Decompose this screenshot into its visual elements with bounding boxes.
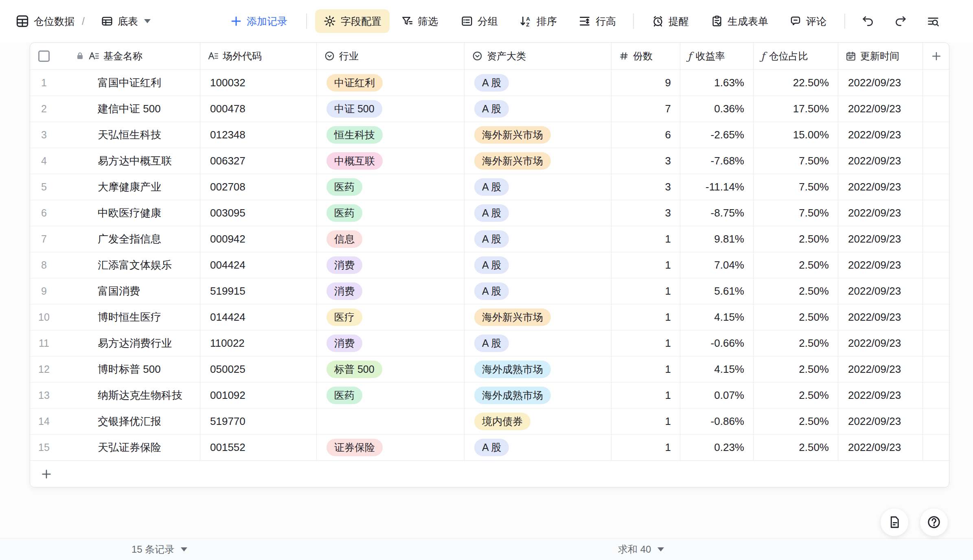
cell-position-pct[interactable]: 2.50%: [754, 278, 838, 304]
cell-otc-code[interactable]: 519915: [200, 278, 317, 304]
cell-asset-class[interactable]: 海外成熟市场: [465, 383, 611, 408]
column-header-update-time[interactable]: 更新时间: [838, 43, 923, 69]
cell-shares[interactable]: 1: [611, 409, 680, 434]
column-header-otc-code[interactable]: 场外代码: [200, 43, 317, 69]
cell-otc-code[interactable]: 014424: [200, 304, 317, 330]
cell-position-pct[interactable]: 2.50%: [754, 383, 838, 408]
cell-otc-code[interactable]: 050025: [200, 357, 317, 382]
cell-fund-name[interactable]: 博时恒生医疗: [68, 304, 200, 330]
cell-asset-class[interactable]: A 股: [465, 226, 611, 252]
cell-update-time[interactable]: 2022/09/23: [838, 383, 923, 408]
cell-asset-class[interactable]: A 股: [465, 96, 611, 122]
table-row[interactable]: 3 天弘恒生科技 012348 恒生科技 海外新兴市场 6 -2.65% 15.…: [30, 122, 949, 148]
table-row[interactable]: 1 富国中证红利 100032 中证红利 A 股 9 1.63% 22.50% …: [30, 70, 949, 96]
redo-icon[interactable]: [894, 15, 907, 28]
cell-shares[interactable]: 9: [611, 70, 680, 96]
cell-update-time[interactable]: 2022/09/23: [838, 226, 923, 252]
cell-return-rate[interactable]: -7.68%: [680, 148, 754, 174]
cell-industry[interactable]: 医药: [317, 383, 465, 408]
cell-shares[interactable]: 6: [611, 122, 680, 148]
record-count[interactable]: 15 条记录: [131, 538, 187, 560]
cell-position-pct[interactable]: 7.50%: [754, 148, 838, 174]
cell-shares[interactable]: 3: [611, 200, 680, 226]
cell-fund-name[interactable]: 大摩健康产业: [68, 174, 200, 200]
table-row[interactable]: 11 易方达消费行业 110022 消费 A 股 1 -0.66% 2.50% …: [30, 330, 949, 356]
cell-otc-code[interactable]: 001552: [200, 435, 317, 460]
cell-position-pct[interactable]: 2.50%: [754, 304, 838, 330]
cell-fund-name[interactable]: 汇添富文体娱乐: [68, 252, 200, 278]
column-header-asset-class[interactable]: 资产大类: [465, 43, 611, 69]
table-row[interactable]: 5 大摩健康产业 002708 医药 A 股 3 -11.14% 7.50% 2…: [30, 174, 949, 200]
cell-fund-name[interactable]: 广发全指信息: [68, 226, 200, 252]
table-row[interactable]: 2 建信中证 500 000478 中证 500 A 股 7 0.36% 17.…: [30, 96, 949, 122]
column-header-position-pct[interactable]: ƒ 仓位占比: [754, 43, 838, 69]
remind-button[interactable]: 提醒: [652, 15, 689, 28]
cell-update-time[interactable]: 2022/09/23: [838, 200, 923, 226]
cell-position-pct[interactable]: 7.50%: [754, 200, 838, 226]
cell-return-rate[interactable]: 5.61%: [680, 278, 754, 304]
cell-return-rate[interactable]: -2.65%: [680, 122, 754, 148]
column-header-shares[interactable]: 份数: [611, 43, 680, 69]
cell-fund-name[interactable]: 中欧医疗健康: [68, 200, 200, 226]
cell-industry[interactable]: 消费: [317, 330, 465, 356]
row-height-button[interactable]: 行高: [578, 15, 616, 28]
cell-update-time[interactable]: 2022/09/23: [838, 96, 923, 122]
cell-otc-code[interactable]: 006327: [200, 148, 317, 174]
table-row[interactable]: 9 富国消费 519915 消费 A 股 1 5.61% 2.50% 2022/…: [30, 278, 949, 304]
cell-position-pct[interactable]: 17.50%: [754, 96, 838, 122]
cell-asset-class[interactable]: A 股: [465, 70, 611, 96]
table-row[interactable]: 4 易方达中概互联 006327 中概互联 海外新兴市场 3 -7.68% 7.…: [30, 148, 949, 174]
cell-fund-name[interactable]: 天弘证券保险: [68, 435, 200, 460]
cell-update-time[interactable]: 2022/09/23: [838, 70, 923, 96]
cell-otc-code[interactable]: 002708: [200, 174, 317, 200]
cell-otc-code[interactable]: 000478: [200, 96, 317, 122]
cell-update-time[interactable]: 2022/09/23: [838, 357, 923, 382]
cell-update-time[interactable]: 2022/09/23: [838, 174, 923, 200]
cell-shares[interactable]: 1: [611, 304, 680, 330]
cell-shares[interactable]: 7: [611, 96, 680, 122]
cell-industry[interactable]: 证券保险: [317, 435, 465, 460]
cell-return-rate[interactable]: -11.14%: [680, 174, 754, 200]
cell-otc-code[interactable]: 110022: [200, 330, 317, 356]
cell-asset-class[interactable]: 海外新兴市场: [465, 304, 611, 330]
cell-industry[interactable]: 消费: [317, 278, 465, 304]
cell-fund-name[interactable]: 天弘恒生科技: [68, 122, 200, 148]
cell-industry[interactable]: 医药: [317, 200, 465, 226]
cell-update-time[interactable]: 2022/09/23: [838, 330, 923, 356]
cell-otc-code[interactable]: 000942: [200, 226, 317, 252]
cell-return-rate[interactable]: 7.04%: [680, 252, 754, 278]
cell-otc-code[interactable]: 001092: [200, 383, 317, 408]
table-row[interactable]: 14 交银择优汇报 519770 境内债券 1 -0.86% 2.50% 202…: [30, 408, 949, 434]
column-header-fund-name[interactable]: 基金名称: [68, 43, 200, 69]
cell-otc-code[interactable]: 519770: [200, 409, 317, 434]
cell-asset-class[interactable]: A 股: [465, 435, 611, 460]
cell-return-rate[interactable]: -0.86%: [680, 409, 754, 434]
group-button[interactable]: 分组: [461, 15, 498, 28]
cell-industry[interactable]: 医疗: [317, 304, 465, 330]
cell-industry[interactable]: [317, 409, 465, 434]
table-row[interactable]: 15 天弘证券保险 001552 证券保险 A 股 1 0.23% 2.50% …: [30, 434, 949, 460]
cell-fund-name[interactable]: 交银择优汇报: [68, 409, 200, 434]
cell-asset-class[interactable]: A 股: [465, 200, 611, 226]
cell-asset-class[interactable]: 海外新兴市场: [465, 122, 611, 148]
cell-shares[interactable]: 1: [611, 278, 680, 304]
doc-assistant-button[interactable]: [880, 508, 909, 536]
field-config-button[interactable]: 字段配置: [315, 9, 390, 33]
cell-industry[interactable]: 中证 500: [317, 96, 465, 122]
cell-return-rate[interactable]: -0.66%: [680, 330, 754, 356]
cell-asset-class[interactable]: 海外成熟市场: [465, 357, 611, 382]
cell-update-time[interactable]: 2022/09/23: [838, 304, 923, 330]
table-row[interactable]: 10 博时恒生医疗 014424 医疗 海外新兴市场 1 4.15% 2.50%…: [30, 304, 949, 330]
cell-fund-name[interactable]: 建信中证 500: [68, 96, 200, 122]
column-header-return-rate[interactable]: ƒ 收益率: [680, 43, 754, 69]
table-row[interactable]: 8 汇添富文体娱乐 004424 消费 A 股 1 7.04% 2.50% 20…: [30, 252, 949, 278]
cell-return-rate[interactable]: 0.23%: [680, 435, 754, 460]
cell-asset-class[interactable]: A 股: [465, 252, 611, 278]
search-records-icon[interactable]: [927, 15, 940, 28]
cell-industry[interactable]: 中概互联: [317, 148, 465, 174]
cell-fund-name[interactable]: 富国消费: [68, 278, 200, 304]
cell-asset-class[interactable]: A 股: [465, 174, 611, 200]
cell-update-time[interactable]: 2022/09/23: [838, 435, 923, 460]
cell-shares[interactable]: 1: [611, 383, 680, 408]
cell-industry[interactable]: 信息: [317, 226, 465, 252]
